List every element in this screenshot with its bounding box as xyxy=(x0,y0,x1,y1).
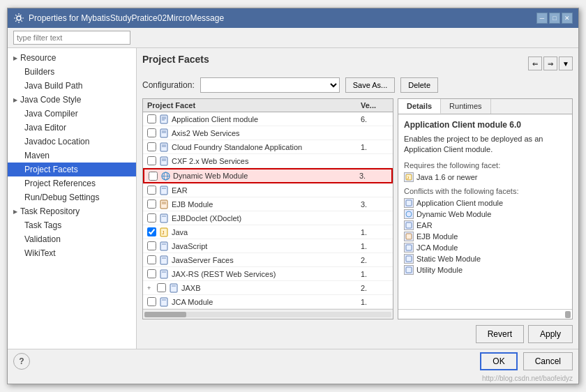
facet-checkbox[interactable] xyxy=(147,255,156,264)
list-item: Dynamic Web Module xyxy=(404,209,566,220)
sidebar-item-java-code-style[interactable]: ▶ Java Code Style xyxy=(8,93,136,107)
sidebar-item-label: Builders xyxy=(24,67,54,77)
svg-rect-8 xyxy=(160,143,167,151)
sidebar-item-project-facets[interactable]: Project Facets xyxy=(8,163,136,176)
close-button[interactable]: ✕ xyxy=(562,13,573,24)
facet-checkbox[interactable] xyxy=(157,283,166,292)
facet-icon-small xyxy=(404,243,414,252)
nav-dropdown-button[interactable]: ▼ xyxy=(559,56,573,70)
facet-row: Application Client module 6. xyxy=(143,112,393,126)
facet-doc-icon xyxy=(159,297,169,307)
tab-details[interactable]: Details xyxy=(398,99,441,114)
list-item: EJB Module xyxy=(404,231,566,242)
title-bar-left: Properties for MybatisStudyPratice02Mirc… xyxy=(13,13,224,24)
facet-doc-icon xyxy=(159,156,169,166)
facet-checkbox[interactable] xyxy=(147,227,156,236)
maximize-button[interactable]: □ xyxy=(549,13,560,24)
gear-icon xyxy=(13,13,24,24)
tab-runtimes[interactable]: Runtimes xyxy=(441,99,490,114)
sidebar-item-java-editor[interactable]: Java Editor xyxy=(8,121,136,135)
facet-doc-icon xyxy=(159,114,169,124)
title-bar: Properties for MybatisStudyPratice02Mirc… xyxy=(8,8,578,28)
apply-button[interactable]: Apply xyxy=(528,325,573,343)
sidebar-item-java-build-path[interactable]: Java Build Path xyxy=(8,79,136,93)
horizontal-scrollbar[interactable] xyxy=(143,309,393,319)
facet-checkbox[interactable] xyxy=(147,186,156,195)
sidebar-item-project-references[interactable]: Project References xyxy=(8,176,136,190)
facet-java-icon: J xyxy=(159,227,169,237)
facet-checkbox[interactable] xyxy=(147,213,156,223)
list-item: JCA Module xyxy=(404,242,566,253)
svg-rect-1 xyxy=(160,115,167,123)
facet-doc-icon xyxy=(159,241,169,251)
title-controls: ─ □ ✕ xyxy=(536,13,573,24)
nav-buttons: ⇐ ⇒ ▼ xyxy=(528,56,573,70)
details-description: Enables the project to be deployed as an… xyxy=(404,134,566,156)
facet-checkbox[interactable] xyxy=(147,128,156,137)
facet-label: EJBDoclet (XDoclet) xyxy=(172,214,361,223)
sidebar-item-java-compiler[interactable]: Java Compiler xyxy=(8,107,136,121)
facet-icon-small xyxy=(404,265,414,275)
sidebar-item-label: Maven xyxy=(24,151,50,160)
facet-label: JAX-RS (REST Web Services) xyxy=(172,270,361,278)
sidebar-item-maven[interactable]: Maven xyxy=(8,149,136,163)
revert-button[interactable]: Revert xyxy=(476,325,524,343)
config-select[interactable] xyxy=(200,77,340,93)
sidebar-item-validation[interactable]: Validation xyxy=(8,232,136,246)
facet-checkbox[interactable] xyxy=(147,142,156,151)
facet-checkbox[interactable] xyxy=(147,241,156,250)
nav-forward-button[interactable]: ⇒ xyxy=(543,56,557,70)
sidebar-item-task-repository[interactable]: ▶ Task Repository xyxy=(8,204,136,218)
facet-doc-icon xyxy=(159,128,169,138)
sidebar-item-label: Project References xyxy=(24,179,96,188)
svg-rect-28 xyxy=(160,256,167,264)
nav-back-button[interactable]: ⇐ xyxy=(528,56,542,70)
svg-rect-32 xyxy=(170,284,177,292)
help-button[interactable]: ? xyxy=(13,353,30,370)
details-scrollbar[interactable] xyxy=(398,309,572,319)
facet-checkbox[interactable] xyxy=(149,172,158,181)
delete-button[interactable]: Delete xyxy=(400,77,438,93)
sidebar-item-javadoc-location[interactable]: Javadoc Location xyxy=(8,135,136,149)
sidebar-item-task-tags[interactable]: Task Tags xyxy=(8,218,136,232)
facet-list-header: Project Facet Ve... xyxy=(143,99,393,112)
list-item: EAR xyxy=(404,220,566,231)
facet-row-highlighted: Dynamic Web Module 3. xyxy=(143,168,393,183)
ok-button[interactable]: OK xyxy=(480,352,517,370)
properties-dialog: Properties for MybatisStudyPratice02Mirc… xyxy=(7,8,579,384)
facet-checkbox[interactable] xyxy=(147,297,156,306)
filter-bar xyxy=(8,28,578,48)
filter-input[interactable] xyxy=(13,31,130,45)
facet-checkbox[interactable] xyxy=(147,269,156,278)
expand-icon: ▶ xyxy=(13,209,17,215)
svg-rect-17 xyxy=(160,186,167,195)
facet-checkbox[interactable] xyxy=(147,114,156,123)
facet-row: EJBDoclet (XDoclet) xyxy=(143,211,393,225)
facet-row: + JAXB 2. xyxy=(143,281,393,295)
sidebar-item-label: Validation xyxy=(24,234,61,244)
facet-checkbox[interactable] xyxy=(147,199,156,209)
details-heading: Application Client module 6.0 xyxy=(404,120,566,130)
facet-list: Application Client module 6. Axis2 Web S… xyxy=(143,112,393,309)
facet-version: 1. xyxy=(361,242,389,250)
facet-label: JCA Module xyxy=(172,298,361,306)
facet-doc-icon xyxy=(159,199,169,209)
facet-checkbox[interactable] xyxy=(147,156,156,165)
sidebar-item-resource[interactable]: ▶ Resource xyxy=(8,51,136,65)
facet-label: JavaScript xyxy=(172,242,361,250)
sidebar-item-label: Run/Debug Settings xyxy=(24,193,99,202)
list-item: Static Web Module xyxy=(404,253,566,264)
facet-label: Java xyxy=(172,228,361,236)
expand-icon: ▶ xyxy=(13,97,17,103)
save-as-button[interactable]: Save As... xyxy=(345,77,396,93)
minimize-button[interactable]: ─ xyxy=(536,13,548,24)
sidebar-item-builders[interactable]: Builders xyxy=(8,65,136,79)
sidebar-item-run-debug-settings[interactable]: Run/Debug Settings xyxy=(8,190,136,204)
sidebar-item-wikitext[interactable]: WikiText xyxy=(8,246,136,260)
list-item: J Java 1.6 or newer xyxy=(404,172,566,183)
cancel-button[interactable]: Cancel xyxy=(523,352,573,370)
sidebar: ▶ Resource Builders Java Build Path ▶ Ja… xyxy=(8,48,137,349)
facet-icon-small xyxy=(404,254,414,264)
facet-row: CXF 2.x Web Services xyxy=(143,154,393,168)
list-item: Application Client module xyxy=(404,197,566,209)
